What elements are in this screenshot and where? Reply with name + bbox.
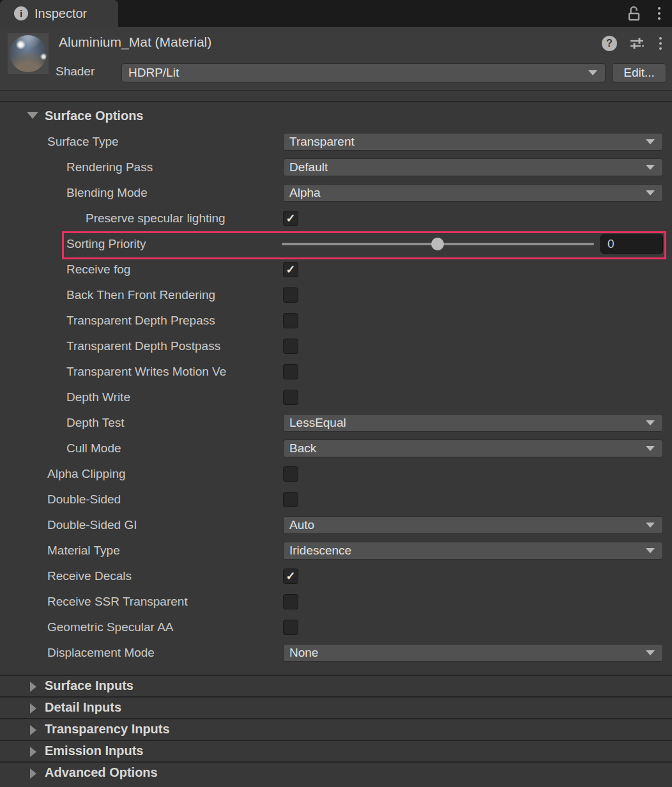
checkbox-receive-decals[interactable]: ✓ [283, 569, 298, 584]
property-row-material-type: Material TypeIridescence [0, 538, 672, 563]
help-icon[interactable]: ? [602, 36, 617, 51]
chevron-down-icon [646, 165, 655, 170]
property-row-receive-decals: Receive Decals✓ [0, 563, 672, 589]
foldout-collapsed-icon [30, 725, 36, 735]
property-label: Rendering Pass [66, 155, 282, 180]
property-row-double-sided-gi: Double-Sided GIAuto [0, 512, 672, 538]
dropdown-value: Transparent [289, 135, 355, 148]
dropdown-value: Auto [289, 518, 314, 531]
checkbox-transparent-depth-prepass[interactable] [283, 313, 298, 328]
shader-dropdown-value: HDRP/Lit [128, 66, 179, 79]
property-row-cull-mode: Cull ModeBack [0, 436, 672, 461]
info-icon: i [14, 6, 28, 20]
checkbox-receive-fog[interactable]: ✓ [283, 262, 298, 277]
property-row-geometric-specular-aa: Geometric Specular AA [0, 615, 672, 640]
section-title: Advanced Options [45, 765, 158, 780]
surface-options-rows: Surface TypeTransparentRendering PassDef… [0, 129, 672, 666]
property-row-transparent-writes-motion-ve: Transparent Writes Motion Ve [0, 359, 672, 385]
dropdown-value: None [289, 646, 318, 659]
property-label: Alpha Clipping [47, 461, 282, 487]
dropdown-blending-mode[interactable]: Alpha [283, 184, 663, 202]
section-emission-inputs[interactable]: Emission Inputs [0, 740, 672, 761]
section-surface-options[interactable]: Surface Options [0, 102, 672, 129]
foldout-collapsed-icon [30, 747, 36, 757]
checkbox-double-sided[interactable] [283, 492, 298, 507]
foldout-collapsed-icon [30, 768, 36, 779]
checkbox-transparent-depth-postpass[interactable] [283, 339, 298, 354]
section-detail-inputs[interactable]: Detail Inputs [0, 696, 672, 718]
kebab-menu-icon[interactable] [657, 34, 664, 52]
dropdown-value: Iridescence [289, 544, 351, 557]
property-row-back-then-front-rendering: Back Then Front Rendering [0, 282, 672, 308]
property-label: Back Then Front Rendering [66, 282, 282, 308]
checkbox-depth-write[interactable] [283, 390, 298, 405]
checkbox-transparent-writes-motion-ve[interactable] [283, 364, 298, 379]
checkbox-alpha-clipping[interactable] [283, 466, 298, 482]
checkbox-back-then-front-rendering[interactable] [283, 287, 298, 303]
property-row-alpha-clipping: Alpha Clipping [0, 461, 672, 487]
dropdown-value: Alpha [289, 186, 321, 199]
property-row-rendering-pass: Rendering PassDefault [0, 155, 672, 180]
chevron-down-icon [588, 70, 597, 75]
foldout-collapsed-icon [30, 682, 36, 692]
property-label: Receive Decals [47, 563, 282, 589]
section-advanced-options[interactable]: Advanced Options [0, 761, 672, 783]
sphere-icon [10, 35, 47, 72]
section-transparency-inputs[interactable]: Transparency Inputs [0, 718, 672, 740]
property-label: Surface Type [47, 129, 282, 155]
property-row-displacement-mode: Displacement ModeNone [0, 640, 672, 666]
checkbox-geometric-specular-aa[interactable] [283, 620, 298, 635]
sorting-priority-value-field[interactable]: 0 [600, 234, 663, 254]
section-title: Transparency Inputs [45, 722, 170, 737]
property-row-surface-type: Surface TypeTransparent [0, 129, 672, 155]
property-row-depth-write: Depth Write [0, 385, 672, 410]
property-row-depth-test: Depth TestLessEqual [0, 410, 672, 436]
chevron-down-icon [646, 190, 655, 195]
chevron-down-icon [646, 139, 655, 144]
section-surface-inputs[interactable]: Surface Inputs [0, 675, 672, 696]
dropdown-depth-test[interactable]: LessEqual [283, 414, 663, 432]
property-row-blending-mode: Blending ModeAlpha [0, 180, 672, 206]
foldout-expanded-icon [27, 112, 38, 119]
property-row-transparent-depth-postpass: Transparent Depth Postpass [0, 333, 672, 359]
property-label: Sorting Priority [66, 231, 282, 257]
shader-dropdown[interactable]: HDRP/Lit [121, 63, 606, 82]
kebab-menu-icon[interactable] [655, 4, 663, 22]
dropdown-double-sided-gi[interactable]: Auto [283, 516, 663, 534]
property-row-sorting-priority: Sorting Priority0 [0, 231, 672, 257]
dropdown-surface-type[interactable]: Transparent [283, 133, 663, 151]
property-row-receive-ssr-transparent: Receive SSR Transparent [0, 589, 672, 615]
chevron-down-icon [646, 420, 655, 425]
property-row-receive-fog: Receive fog✓ [0, 257, 672, 282]
section-title: Detail Inputs [45, 700, 121, 715]
dropdown-material-type[interactable]: Iridescence [283, 542, 663, 560]
sorting-priority-slider-handle[interactable] [431, 238, 444, 250]
property-label: Double-Sided [47, 487, 282, 512]
property-row-transparent-depth-prepass: Transparent Depth Prepass [0, 308, 672, 333]
checkbox-preserve-specular-lighting[interactable]: ✓ [283, 211, 298, 226]
checkbox-receive-ssr-transparent[interactable] [283, 594, 298, 609]
dropdown-value: Default [289, 160, 328, 174]
property-label: Double-Sided GI [47, 512, 282, 538]
presets-icon[interactable] [629, 35, 645, 52]
property-row-preserve-specular-lighting: Preserve specular lighting✓ [0, 206, 672, 231]
lock-open-icon[interactable] [627, 5, 641, 22]
header-separator [0, 90, 672, 102]
tab-inspector[interactable]: i Inspector [0, 0, 118, 27]
property-label: Blending Mode [66, 180, 282, 206]
property-label: Receive fog [66, 257, 282, 282]
dropdown-displacement-mode[interactable]: None [283, 644, 663, 662]
material-preview-sphere[interactable] [8, 33, 49, 74]
section-title: Surface Options [45, 109, 143, 123]
property-label: Transparent Writes Motion Ve [66, 359, 282, 385]
dropdown-value: Back [289, 441, 316, 455]
section-title: Emission Inputs [45, 744, 143, 758]
material-title: Aluminium_Mat (Material) [59, 34, 211, 50]
dropdown-cull-mode[interactable]: Back [283, 439, 663, 457]
dropdown-value: LessEqual [289, 416, 346, 429]
dropdown-rendering-pass[interactable]: Default [283, 158, 663, 176]
edit-shader-button[interactable]: Edit... [612, 63, 666, 82]
section-title: Surface Inputs [45, 678, 134, 693]
material-header: Aluminium_Mat (Material) ? Shader HDRP/L… [0, 27, 672, 90]
foldout-collapsed-icon [30, 703, 36, 714]
